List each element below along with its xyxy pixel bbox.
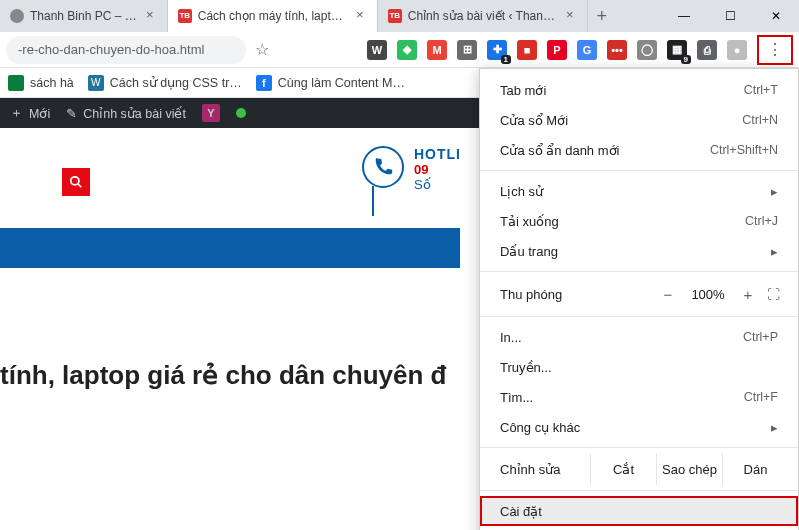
- ext-icon-5[interactable]: ▦: [667, 40, 687, 60]
- hotline-label: HOTLI: [414, 146, 461, 162]
- ext-icon-2[interactable]: ✚: [487, 40, 507, 60]
- shortcut: Ctrl+T: [744, 83, 778, 97]
- menu-history[interactable]: Lịch sử▸: [480, 176, 798, 206]
- svg-line-1: [78, 184, 82, 188]
- wordpress-icon[interactable]: W: [367, 40, 387, 60]
- menu-incognito[interactable]: Cửa sổ ẩn danh mớiCtrl+Shift+N: [480, 135, 798, 165]
- toolbar: -re-cho-dan-chuyen-do-hoa.html ☆ W◆M⊞✚■P…: [0, 32, 799, 68]
- menu-label: Lịch sử: [500, 184, 543, 199]
- window-controls: — ☐ ✕: [661, 0, 799, 32]
- tab-strip: Thanh Binh PC – … × TB Cách chọn máy tín…: [0, 0, 661, 32]
- menu-help[interactable]: Trợ giúp▸: [480, 526, 798, 530]
- address-bar[interactable]: -re-cho-dan-chuyen-do-hoa.html: [6, 36, 246, 64]
- shortcut: Ctrl+F: [744, 390, 778, 404]
- divider: [372, 186, 374, 216]
- bookmark-item[interactable]: f Cùng làm Content M…: [256, 75, 405, 91]
- tab-title: Chỉnh sửa bài viết ‹ Thanh Bì…: [408, 9, 557, 23]
- bookmark-label: Cùng làm Content M…: [278, 76, 405, 90]
- titlebar: Thanh Binh PC – … × TB Cách chọn máy tín…: [0, 0, 799, 32]
- cut-button[interactable]: Cắt: [590, 453, 656, 485]
- zoom-value: 100%: [687, 287, 729, 302]
- bookmark-item[interactable]: sách hà: [8, 75, 74, 91]
- hotline-number: 09: [414, 162, 461, 177]
- kebab-icon: ⋮: [767, 48, 783, 52]
- favicon: TB: [178, 9, 192, 23]
- menu-downloads[interactable]: Tải xuốngCtrl+J: [480, 206, 798, 236]
- separator: [480, 447, 798, 448]
- url-text: -re-cho-dan-chuyen-do-hoa.html: [18, 42, 204, 57]
- phone-icon: [362, 146, 404, 188]
- chrome-menu-button[interactable]: ⋮: [757, 35, 793, 65]
- tab-2[interactable]: TB Chỉnh sửa bài viết ‹ Thanh Bì… ×: [378, 0, 588, 32]
- bookmark-star-icon[interactable]: ☆: [250, 40, 274, 59]
- fullscreen-icon[interactable]: ⛶: [767, 287, 780, 302]
- menu-label: Tab mới: [500, 83, 546, 98]
- ext-icon[interactable]: ⊞: [457, 40, 477, 60]
- menu-find[interactable]: Tìm...Ctrl+F: [480, 382, 798, 412]
- svg-point-0: [71, 177, 79, 185]
- tab-1[interactable]: TB Cách chọn máy tính, laptop giá ×: [168, 0, 378, 32]
- tab-title: Cách chọn máy tính, laptop giá: [198, 9, 347, 23]
- menu-label: Truyền...: [500, 360, 552, 375]
- menu-label: Dấu trang: [500, 244, 558, 259]
- menu-bookmarks[interactable]: Dấu trang▸: [480, 236, 798, 266]
- bookmark-item[interactable]: W Cách sử dụng CSS tr…: [88, 75, 242, 91]
- chevron-right-icon: ▸: [771, 184, 778, 199]
- menu-label: Chỉnh sửa: [500, 462, 590, 477]
- pencil-icon: ✎: [66, 106, 77, 121]
- bookmark-label: Cách sử dụng CSS tr…: [110, 75, 242, 90]
- tab-0[interactable]: Thanh Binh PC – … ×: [0, 0, 168, 32]
- chevron-right-icon: ▸: [771, 244, 778, 259]
- yoast-icon[interactable]: Y: [202, 104, 220, 122]
- favicon: TB: [388, 9, 402, 23]
- zoom-out-button[interactable]: −: [657, 286, 679, 303]
- close-icon[interactable]: ×: [353, 9, 367, 23]
- ext-icon-4[interactable]: ◯: [637, 40, 657, 60]
- close-icon[interactable]: ×: [563, 9, 577, 23]
- menu-edit-row: Chỉnh sửa Cắt Sao chép Dán: [480, 453, 798, 485]
- bookmark-label: sách hà: [30, 76, 74, 90]
- menu-more-tools[interactable]: Công cụ khác▸: [480, 412, 798, 442]
- favicon: [10, 9, 24, 23]
- nav-band: [0, 228, 460, 268]
- menu-settings[interactable]: Cài đặt: [480, 496, 798, 526]
- menu-print[interactable]: In...Ctrl+P: [480, 322, 798, 352]
- wp-edit-button[interactable]: ✎ Chỉnh sửa bài viết: [66, 106, 186, 121]
- close-window-button[interactable]: ✕: [753, 0, 799, 32]
- plus-icon: ＋: [10, 105, 23, 122]
- menu-new-window[interactable]: Cửa sổ MớiCtrl+N: [480, 105, 798, 135]
- paste-button[interactable]: Dán: [722, 453, 788, 485]
- bookmark-icon: W: [88, 75, 104, 91]
- translate-icon[interactable]: G: [577, 40, 597, 60]
- new-tab-button[interactable]: +: [588, 0, 616, 32]
- profile-icon[interactable]: ●: [727, 40, 747, 60]
- shortcut: Ctrl+P: [743, 330, 778, 344]
- maximize-button[interactable]: ☐: [707, 0, 753, 32]
- evernote-icon[interactable]: ◆: [397, 40, 417, 60]
- separator: [480, 490, 798, 491]
- wp-new-label: Mới: [29, 106, 50, 121]
- wp-new-button[interactable]: ＋ Mới: [10, 105, 50, 122]
- menu-label: Tải xuống: [500, 214, 559, 229]
- menu-label: Công cụ khác: [500, 420, 580, 435]
- separator: [480, 271, 798, 272]
- headline: tính, laptop giá rẻ cho dân chuyên đ: [0, 360, 446, 391]
- bookmark-icon: [8, 75, 24, 91]
- lastpass-icon[interactable]: •••: [607, 40, 627, 60]
- menu-label: In...: [500, 330, 522, 345]
- menu-new-tab[interactable]: Tab mớiCtrl+T: [480, 75, 798, 105]
- pinterest-icon[interactable]: P: [547, 40, 567, 60]
- gmail-icon[interactable]: M: [427, 40, 447, 60]
- menu-cast[interactable]: Truyền...: [480, 352, 798, 382]
- search-button[interactable]: [62, 168, 90, 196]
- hotline-sub: Số: [414, 177, 461, 192]
- menu-label: Tìm...: [500, 390, 533, 405]
- ext-icon-3[interactable]: ■: [517, 40, 537, 60]
- print-icon[interactable]: ⎙: [697, 40, 717, 60]
- hotline-block: HOTLI 09 Số: [362, 146, 461, 192]
- copy-button[interactable]: Sao chép: [656, 453, 722, 485]
- zoom-in-button[interactable]: +: [737, 286, 759, 303]
- close-icon[interactable]: ×: [143, 9, 157, 23]
- shortcut: Ctrl+Shift+N: [710, 143, 778, 157]
- minimize-button[interactable]: —: [661, 0, 707, 32]
